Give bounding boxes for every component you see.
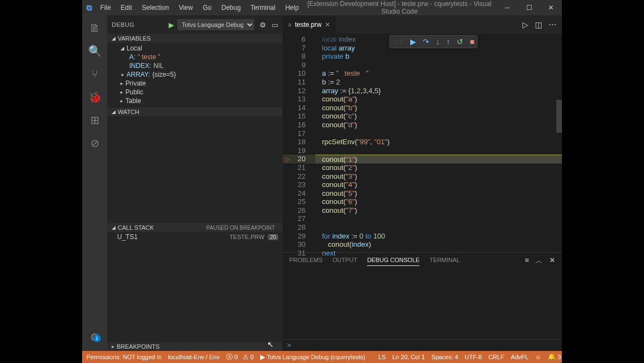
menu-view[interactable]: View xyxy=(175,2,197,13)
code-line[interactable]: a := " teste " xyxy=(315,69,562,78)
step-over-button[interactable]: ↷ xyxy=(423,37,429,46)
debug-config-select[interactable]: Totvs Language Debug xyxy=(177,19,254,30)
code-line[interactable]: for index := 0 to 100 xyxy=(315,232,562,241)
tab-problems[interactable]: PROBLEMS xyxy=(289,257,323,265)
search-icon[interactable]: 🔍 xyxy=(87,43,103,59)
debug-console-toggle-icon[interactable]: ▭ xyxy=(272,21,278,29)
line-number[interactable]: 28 xyxy=(283,223,315,232)
tab-terminal[interactable]: TERMINAL xyxy=(429,257,460,265)
explorer-icon[interactable]: 🗎 xyxy=(87,20,103,36)
code-line[interactable]: conout("7") xyxy=(315,206,562,215)
status-spaces[interactable]: Spaces: 4 xyxy=(432,354,458,360)
code-line[interactable]: conout("c") xyxy=(315,112,562,121)
watch-body[interactable] xyxy=(107,116,283,223)
panel-collapse-icon[interactable]: ︿ xyxy=(536,256,543,266)
status-ls[interactable]: LS xyxy=(378,354,386,360)
stop-button[interactable]: ■ xyxy=(470,37,474,46)
line-number[interactable]: 17 xyxy=(283,129,315,138)
code-line[interactable]: array := {1,2,3,4,5} xyxy=(315,87,562,95)
code-line[interactable]: conout("2") xyxy=(315,163,562,172)
scope-public[interactable]: ▸Public xyxy=(107,88,283,97)
code-line[interactable] xyxy=(315,146,562,155)
line-number[interactable]: 14 xyxy=(283,104,315,112)
source-control-icon[interactable]: ⑂ xyxy=(87,66,103,82)
status-encoding[interactable]: UTF-8 xyxy=(465,354,482,360)
panel-filter-icon[interactable]: ≡ xyxy=(525,256,529,266)
line-number[interactable]: 31 xyxy=(283,249,315,258)
code-line[interactable]: conout("a") xyxy=(315,95,562,104)
code-line[interactable]: conout("5") xyxy=(315,189,562,198)
line-number[interactable]: 22 xyxy=(283,172,315,181)
callstack-frame[interactable]: U_TS1 TESTE.PRW 20 xyxy=(107,232,283,242)
line-number[interactable]: 12 xyxy=(283,87,315,95)
status-feedback[interactable]: ☺ xyxy=(535,354,541,360)
restart-button[interactable]: ↺ xyxy=(457,37,463,46)
line-number[interactable]: 6 xyxy=(283,35,315,44)
step-out-button[interactable]: ↑ xyxy=(446,37,450,46)
line-number[interactable]: 29 xyxy=(283,232,315,241)
menu-edit[interactable]: Edit xyxy=(117,2,136,13)
code-line[interactable] xyxy=(315,214,562,223)
line-number[interactable]: 26 xyxy=(283,206,315,215)
code-line[interactable]: next xyxy=(315,249,562,258)
split-editor-icon[interactable]: ◫ xyxy=(535,20,542,29)
line-number[interactable]: 7 xyxy=(283,44,315,53)
debug-icon[interactable]: 🐞 xyxy=(87,89,103,105)
debug-settings-icon[interactable]: ⚙ xyxy=(260,21,266,29)
variable-index[interactable]: INDEX: NIL xyxy=(107,61,283,70)
editor-body[interactable]: ⋮⋮ ▶ ↷ ↓ ↑ ↺ ■ 6789101112131415161718192… xyxy=(283,34,562,252)
code-line[interactable]: rpcSetEnv("99", "01") xyxy=(315,138,562,146)
code-line[interactable]: conout("6") xyxy=(315,197,562,206)
watch-section-header[interactable]: ◢WATCH xyxy=(107,107,283,116)
code-line[interactable]: conout("3") xyxy=(315,172,562,181)
debug-toolbar[interactable]: ⋮⋮ ▶ ↷ ↓ ↑ ↺ ■ xyxy=(389,35,478,48)
code-line[interactable]: conout("1") xyxy=(315,155,562,163)
scrollbar-thumb[interactable] xyxy=(556,100,562,133)
scope-table[interactable]: ▸Table xyxy=(107,97,283,105)
editor-tab[interactable]: ≡ teste.prw ✕ xyxy=(283,15,336,34)
line-number[interactable]: 25 xyxy=(283,197,315,206)
extensions-icon[interactable]: ⊞ xyxy=(87,112,103,128)
line-number[interactable]: 15 xyxy=(283,112,315,121)
line-number[interactable]: 24 xyxy=(283,189,315,198)
more-icon[interactable]: ⋯ xyxy=(549,20,556,29)
code-line[interactable]: conout("4") xyxy=(315,180,562,189)
status-language[interactable]: AdvPL xyxy=(511,354,528,360)
continue-button[interactable]: ▶ xyxy=(410,37,416,46)
line-number[interactable]: 30 xyxy=(283,240,315,249)
breakpoints-section-header[interactable]: ▸BREAKPOINTS xyxy=(107,342,283,351)
line-number[interactable]: 19 xyxy=(283,146,315,155)
scope-local[interactable]: ◢Local xyxy=(107,44,283,53)
code-area[interactable]: local indexlocal arrayprivate ba := " te… xyxy=(315,34,562,252)
line-number[interactable]: 8 xyxy=(283,52,315,61)
status-server[interactable]: localhost-Env / Env xyxy=(168,354,220,360)
maximize-button[interactable]: ☐ xyxy=(518,4,540,12)
sync-disabled-icon[interactable]: ⊘ xyxy=(87,135,103,151)
menu-selection[interactable]: Selection xyxy=(138,2,173,13)
menu-terminal[interactable]: Terminal xyxy=(247,2,279,13)
callstack-section-header[interactable]: ◢CALL STACK PAUSED ON BREAKPOINT xyxy=(107,223,283,232)
line-number[interactable]: 18 xyxy=(283,138,315,146)
menu-help[interactable]: Help xyxy=(281,2,303,13)
line-number[interactable]: 20▷ xyxy=(283,155,315,163)
grip-icon[interactable]: ⋮⋮ xyxy=(393,39,404,45)
status-notifications[interactable]: 🔔3 xyxy=(548,353,561,361)
debug-console-input[interactable]: > xyxy=(283,339,562,351)
variable-a[interactable]: A: " teste " xyxy=(107,53,283,61)
line-number[interactable]: 23 xyxy=(283,180,315,189)
line-gutter[interactable]: 67891011121314151617181920▷2122232425262… xyxy=(283,34,315,252)
status-position[interactable]: Ln 20, Col 1 xyxy=(392,354,424,360)
tab-debug-console[interactable]: DEBUG CONSOLE xyxy=(367,257,419,266)
line-number[interactable]: 27 xyxy=(283,214,315,223)
start-debug-button[interactable]: ▶ xyxy=(169,21,174,29)
variable-array[interactable]: ▸ ARRAY: {size=5} xyxy=(107,70,283,79)
debug-console-body[interactable] xyxy=(283,269,562,339)
code-line[interactable]: conout(index) xyxy=(315,240,562,249)
line-number[interactable]: 21 xyxy=(283,163,315,172)
line-number[interactable]: 9 xyxy=(283,61,315,70)
line-number[interactable]: 13 xyxy=(283,95,315,104)
status-errors[interactable]: ⓧ0 ⚠0 xyxy=(226,353,254,362)
variables-section-header[interactable]: ◢ VARIABLES xyxy=(107,34,283,43)
scope-private[interactable]: ▸Private xyxy=(107,79,283,88)
close-button[interactable]: ✕ xyxy=(540,4,562,12)
